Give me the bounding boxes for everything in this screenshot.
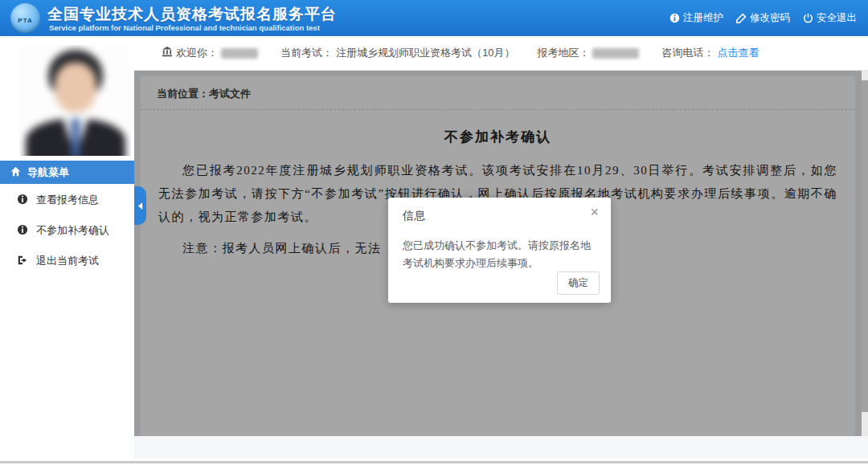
user-name-redacted	[221, 48, 258, 59]
register-maintenance-link[interactable]: 注册维护	[669, 11, 723, 25]
bank-icon	[162, 47, 173, 60]
phone-label: 咨询电话：	[661, 46, 714, 60]
app-header: PTA 全国专业技术人员资格考试报名服务平台 Service platform …	[0, 0, 868, 36]
info-circle-icon	[17, 194, 28, 207]
change-password-link[interactable]: 修改密码	[736, 11, 790, 25]
scrollbar-track[interactable]	[862, 71, 868, 436]
exam-region-label: 报考地区：	[537, 46, 589, 60]
change-password-label: 修改密码	[750, 11, 790, 25]
bottom-divider	[0, 461, 868, 463]
phone-group: 咨询电话： 点击查看	[661, 46, 759, 60]
exam-region-group: 报考地区：	[537, 46, 639, 60]
welcome-label: 欢迎你：	[176, 46, 218, 60]
nav-menu-header: 导航菜单	[0, 161, 134, 184]
close-icon[interactable]: ×	[590, 205, 599, 219]
page-root: PTA 全国专业技术人员资格考试报名服务平台 Service platform …	[0, 0, 868, 465]
dialog-title: 信息	[403, 209, 425, 222]
current-exam-label: 当前考试：	[280, 46, 333, 60]
current-exam-value: 注册城乡规划师职业资格考试（10月）	[336, 46, 514, 60]
sidebar-item-label: 退出当前考试	[36, 254, 99, 268]
register-maintenance-label: 注册维护	[683, 11, 723, 25]
dialog-header: 信息 ×	[388, 198, 611, 223]
sidebar-item-view-registration-info[interactable]: 查看报考信息	[0, 186, 134, 214]
info-circle-icon	[17, 224, 28, 238]
dialog-message: 您已成功确认不参加考试。请按原报名地考试机构要求办理后续事项。	[388, 223, 611, 272]
pta-globe-logo-icon: PTA	[10, 3, 40, 33]
sidebar: 导航菜单 查看报考信息 不参加补考确认 退出当前考试	[0, 36, 134, 465]
welcome-group: 欢迎你：	[162, 46, 258, 60]
safe-logout-link[interactable]: 安全退出	[803, 11, 857, 25]
nav-menu-header-label: 导航菜单	[27, 165, 69, 180]
info-dialog: 信息 × 您已成功确认不参加考试。请按原报名地考试机构要求办理后续事项。 确定	[388, 198, 611, 303]
footer-strip	[134, 436, 868, 458]
applicant-photo	[19, 45, 131, 156]
logout-icon	[17, 255, 28, 268]
ok-button[interactable]: 确定	[557, 271, 600, 295]
sidebar-collapse-handle[interactable]	[134, 186, 146, 225]
app-subtitle: Service platform for National Profession…	[49, 23, 320, 32]
safe-logout-label: 安全退出	[817, 11, 857, 25]
info-circle-icon	[669, 13, 680, 23]
home-icon	[10, 166, 21, 179]
app-title: 全国专业技术人员资格考试报名服务平台	[47, 4, 337, 25]
sidebar-item-label: 不参加补考确认	[36, 223, 109, 238]
exam-region-redacted	[592, 48, 639, 59]
scrollbar-thumb[interactable]	[862, 80, 868, 412]
header-links: 注册维护 修改密码 安全退出	[669, 0, 857, 36]
chevron-left-icon	[137, 198, 143, 213]
current-exam-group: 当前考试： 注册城乡规划师职业资格考试（10月）	[280, 46, 514, 60]
welcome-bar: 欢迎你： 当前考试： 注册城乡规划师职业资格考试（10月） 报考地区： 咨询电话…	[134, 36, 868, 71]
power-icon	[803, 13, 813, 23]
edit-icon	[736, 13, 747, 23]
phone-view-link[interactable]: 点击查看	[717, 46, 759, 60]
sidebar-item-exit-current-exam[interactable]: 退出当前考试	[0, 247, 134, 275]
dialog-footer: 确定	[557, 271, 600, 295]
logo-text: PTA	[18, 17, 32, 24]
sidebar-item-no-makeup-exam-confirm[interactable]: 不参加补考确认	[0, 216, 134, 245]
applicant-photo-blur	[19, 45, 131, 156]
sidebar-item-label: 查看报考信息	[36, 193, 99, 207]
nav-list: 查看报考信息 不参加补考确认 退出当前考试	[0, 184, 134, 275]
